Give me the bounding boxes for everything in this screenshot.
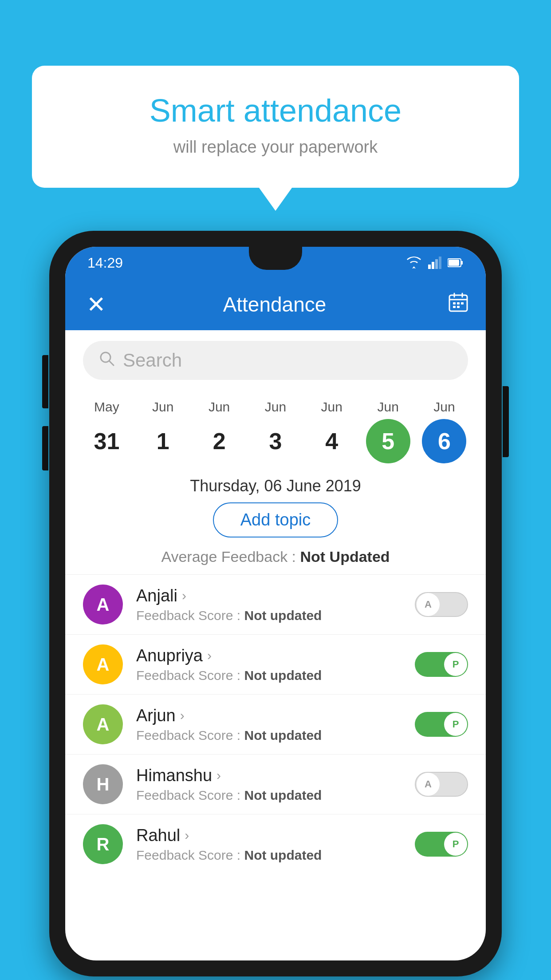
svg-rect-13 xyxy=(461,302,464,304)
calendar-day[interactable]: Jun1 xyxy=(136,399,189,463)
date-display: Thursday, 06 June 2019 xyxy=(65,468,486,502)
calendar-day[interactable]: Jun3 xyxy=(249,399,302,463)
student-info: Himanshu ›Feedback Score : Not updated xyxy=(136,766,401,803)
student-item[interactable]: AAnupriya ›Feedback Score : Not updatedP xyxy=(65,634,486,694)
cal-day-num: 1 xyxy=(141,419,185,463)
search-icon xyxy=(99,351,115,371)
student-info: Arjun ›Feedback Score : Not updated xyxy=(136,706,401,743)
search-bar[interactable]: Search xyxy=(83,341,468,380)
attendance-toggle[interactable]: A xyxy=(415,772,468,797)
cal-month-label: Jun xyxy=(377,399,398,415)
student-score: Feedback Score : Not updated xyxy=(136,848,401,863)
svg-rect-6 xyxy=(449,260,459,266)
cal-day-num: 3 xyxy=(253,419,298,463)
attendance-toggle[interactable]: A xyxy=(415,592,468,617)
svg-rect-5 xyxy=(461,261,463,265)
calendar-day[interactable]: Jun6 xyxy=(417,399,471,463)
status-time: 14:29 xyxy=(87,255,123,271)
avatar: R xyxy=(83,824,123,864)
avatar: A xyxy=(83,585,123,624)
student-score: Feedback Score : Not updated xyxy=(136,728,401,743)
svg-rect-12 xyxy=(457,302,460,304)
cal-day-num: 31 xyxy=(84,419,129,463)
app-bar: ✕ Attendance xyxy=(65,279,486,330)
cal-month-label: Jun xyxy=(209,399,230,415)
cal-day-num: 4 xyxy=(310,419,354,463)
cal-day-num: 6 xyxy=(422,419,466,463)
svg-rect-3 xyxy=(439,257,441,269)
chevron-right-icon: › xyxy=(180,708,185,723)
battery-icon xyxy=(448,258,464,268)
calendar-strip: May31Jun1Jun2Jun3Jun4Jun5Jun6 xyxy=(65,391,486,468)
toggle-knob: A xyxy=(417,593,440,616)
attendance-toggle[interactable]: P xyxy=(415,832,468,857)
cal-month-label: Jun xyxy=(321,399,342,415)
student-list: AAnjali ›Feedback Score : Not updatedAAA… xyxy=(65,574,486,874)
toggle-knob: A xyxy=(417,773,440,796)
student-name: Anupriya › xyxy=(136,646,401,665)
calendar-icon[interactable] xyxy=(449,292,468,316)
student-score: Feedback Score : Not updated xyxy=(136,668,401,683)
svg-rect-2 xyxy=(435,259,438,269)
phone-shell: 14:29 xyxy=(49,231,502,976)
calendar-day[interactable]: Jun4 xyxy=(305,399,358,463)
phone-notch xyxy=(249,247,302,270)
student-name: Arjun › xyxy=(136,706,401,725)
student-item[interactable]: RRahul ›Feedback Score : Not updatedP xyxy=(65,814,486,874)
svg-rect-15 xyxy=(457,306,460,308)
student-item[interactable]: HHimanshu ›Feedback Score : Not updatedA xyxy=(65,754,486,814)
avatar: A xyxy=(83,704,123,744)
power-button xyxy=(503,386,509,457)
wifi-icon xyxy=(406,257,422,269)
cal-month-label: Jun xyxy=(152,399,173,415)
volume-button xyxy=(42,426,48,470)
chevron-right-icon: › xyxy=(216,768,221,783)
student-score: Feedback Score : Not updated xyxy=(136,788,401,803)
signal-icon xyxy=(428,257,441,269)
student-info: Anupriya ›Feedback Score : Not updated xyxy=(136,646,401,683)
student-name: Himanshu › xyxy=(136,766,401,785)
speech-bubble-container: Smart attendance will replace your paper… xyxy=(32,66,519,188)
toggle-knob: P xyxy=(444,833,467,856)
avg-feedback: Average Feedback : Not Updated xyxy=(65,548,486,565)
speech-bubble-subtitle: will replace your paperwork xyxy=(67,138,484,157)
attendance-toggle[interactable]: P xyxy=(415,712,468,737)
status-icons xyxy=(406,257,464,269)
cal-day-num: 2 xyxy=(197,419,241,463)
avg-feedback-label: Average Feedback : xyxy=(161,548,296,565)
student-name: Rahul › xyxy=(136,826,401,845)
calendar-day[interactable]: May31 xyxy=(80,399,133,463)
attendance-toggle[interactable]: P xyxy=(415,652,468,677)
calendar-day[interactable]: Jun5 xyxy=(362,399,415,463)
student-score: Feedback Score : Not updated xyxy=(136,608,401,623)
cal-day-num: 5 xyxy=(366,419,410,463)
svg-rect-0 xyxy=(428,265,431,269)
cal-month-label: Jun xyxy=(433,399,455,415)
chevron-right-icon: › xyxy=(207,648,212,663)
toggle-knob: P xyxy=(444,713,467,736)
phone-mockup: 14:29 xyxy=(49,231,502,976)
toggle-knob: P xyxy=(444,653,467,676)
search-input-placeholder: Search xyxy=(123,350,452,371)
chevron-right-icon: › xyxy=(182,588,186,603)
avg-feedback-value: Not Updated xyxy=(300,548,390,565)
student-info: Anjali ›Feedback Score : Not updated xyxy=(136,586,401,623)
add-topic-button[interactable]: Add topic xyxy=(213,502,338,537)
chevron-right-icon: › xyxy=(185,828,189,843)
svg-rect-14 xyxy=(453,306,456,308)
close-button[interactable]: ✕ xyxy=(83,291,110,318)
student-item[interactable]: AArjun ›Feedback Score : Not updatedP xyxy=(65,694,486,754)
svg-rect-1 xyxy=(432,262,434,269)
student-item[interactable]: AAnjali ›Feedback Score : Not updatedA xyxy=(65,574,486,634)
svg-rect-11 xyxy=(453,302,456,304)
speech-bubble-title: Smart attendance xyxy=(67,92,484,129)
calendar-day[interactable]: Jun2 xyxy=(193,399,246,463)
app-bar-title: Attendance xyxy=(110,292,440,316)
speech-bubble: Smart attendance will replace your paper… xyxy=(32,66,519,188)
phone-screen: 14:29 xyxy=(65,247,486,960)
student-info: Rahul ›Feedback Score : Not updated xyxy=(136,826,401,863)
screen-content: 14:29 xyxy=(65,247,486,960)
cal-month-label: Jun xyxy=(265,399,286,415)
student-name: Anjali › xyxy=(136,586,401,605)
avatar: H xyxy=(83,764,123,804)
